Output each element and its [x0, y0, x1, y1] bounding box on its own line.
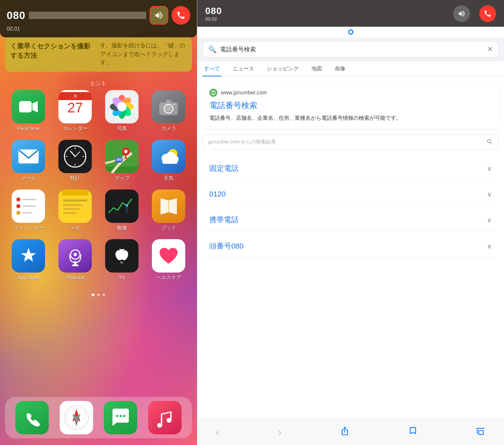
- svg-rect-41: [63, 204, 83, 206]
- dock-messages-icon: [110, 407, 132, 429]
- section-atama-title: 頭番号080: [209, 241, 244, 251]
- sub-search-box[interactable]: jpnumber.com からの検索結果: [203, 134, 499, 149]
- app-maps[interactable]: 280 マップ: [100, 140, 144, 181]
- podcast-icon: [58, 239, 92, 273]
- section-zero-header[interactable]: 0120 ∨: [203, 184, 499, 205]
- dock-phone[interactable]: [15, 401, 49, 434]
- tabs-button[interactable]: [471, 424, 491, 441]
- maps-label: マップ: [114, 175, 130, 181]
- section-atama: 頭番号080 ∨: [203, 235, 499, 258]
- hint-label: ヒント: [0, 80, 197, 87]
- app-notes[interactable]: メモ: [53, 189, 97, 231]
- tab-news[interactable]: ニュース: [231, 61, 255, 76]
- back-button[interactable]: ‹: [211, 423, 225, 441]
- stocks-label: 株価: [117, 225, 127, 231]
- speaker-button-left[interactable]: [150, 6, 168, 25]
- end-call-button-left[interactable]: [172, 6, 190, 25]
- section-kotei-title: 固定電話: [209, 163, 239, 173]
- call-header-row: 080 00:02: [205, 6, 226, 22]
- tab-images[interactable]: 画像: [333, 61, 347, 76]
- app-clock[interactable]: 時計: [53, 140, 97, 181]
- result-description: 電話番号、店舗名、企業名、住所、業種名から電話番号情報の検索が可能です。: [209, 114, 492, 122]
- section-atama-chevron: ∨: [487, 242, 492, 250]
- stocks-icon: [105, 189, 139, 223]
- app-appstore[interactable]: App Store: [7, 239, 50, 281]
- svg-line-23: [75, 152, 80, 156]
- progress-indicator: [197, 27, 504, 37]
- tab-shopping[interactable]: ショッピング: [265, 61, 300, 76]
- app-appletv[interactable]: tv TV: [100, 239, 144, 281]
- bookmarks-button[interactable]: [403, 424, 423, 441]
- svg-point-14: [166, 106, 171, 111]
- result-site-url: www.jpnumber.com: [221, 90, 267, 96]
- dock-music-icon: [155, 407, 175, 429]
- clock-icon: [58, 140, 92, 173]
- sub-search-text: jpnumber.com からの検索結果: [208, 139, 486, 145]
- maps-icon: 280: [105, 140, 139, 173]
- share-icon: [340, 426, 349, 436]
- svg-line-22: [70, 151, 75, 156]
- section-keitai-header[interactable]: 携帯電話 ∨: [203, 209, 499, 231]
- app-books[interactable]: ブック: [147, 189, 190, 231]
- share-button[interactable]: [335, 424, 355, 441]
- clock-label: 時計: [70, 175, 80, 181]
- mail-icon-svg: [18, 148, 39, 165]
- section-atama-header[interactable]: 頭番号080 ∨: [203, 235, 499, 258]
- tab-bar: すべて ニュース ショッピング 地図 画像: [197, 61, 504, 77]
- tab-maps[interactable]: 地図: [310, 61, 323, 76]
- svg-rect-40: [63, 199, 87, 201]
- app-weather[interactable]: 天気: [147, 140, 190, 181]
- section-kotei-header[interactable]: 固定電話 ∨: [203, 157, 499, 180]
- dock-safari-icon: [63, 404, 90, 431]
- mail-icon: [12, 140, 45, 173]
- facetime-icon: [12, 90, 45, 123]
- tab-all[interactable]: すべて: [203, 61, 221, 76]
- search-close-button[interactable]: ✕: [487, 45, 493, 54]
- speaker-button-right[interactable]: [453, 5, 470, 22]
- section-keitai: 携帯電話 ∨: [203, 209, 499, 231]
- result-site-icon: [209, 89, 217, 97]
- section-zero-title: 0120: [209, 190, 226, 198]
- photos-label: 写真: [117, 125, 127, 132]
- left-panel: 080 00:01 く素早くセクションを撮影する方法 す。撮影を続けるには、「鍵…: [0, 0, 197, 445]
- page-dots: [0, 294, 197, 296]
- app-photos[interactable]: 写真: [100, 90, 144, 132]
- app-mail[interactable]: メール: [7, 140, 50, 181]
- camera-icon-svg: [159, 98, 179, 116]
- appstore-label: App Store: [17, 275, 40, 280]
- svg-point-15: [173, 103, 175, 105]
- search-icon: 🔍: [208, 45, 217, 53]
- app-facetime[interactable]: FaceTime: [7, 90, 50, 132]
- dock-music[interactable]: [148, 401, 182, 434]
- app-calendar[interactable]: 火 27 カレンダー: [53, 90, 97, 132]
- end-call-button-right[interactable]: [479, 5, 496, 22]
- calendar-label: カレンダー: [63, 125, 88, 132]
- call-banner-left: 080 00:01: [0, 0, 197, 37]
- call-timer-left: 00:01: [7, 26, 190, 32]
- forward-button[interactable]: ›: [273, 423, 287, 441]
- dock-safari[interactable]: [60, 401, 93, 434]
- app-stocks[interactable]: 株価: [100, 189, 144, 231]
- call-banner-right: 080 00:02: [197, 0, 504, 27]
- dock-messages[interactable]: [104, 401, 137, 434]
- notes-icon-svg: [58, 189, 92, 223]
- search-input-text[interactable]: 電話番号検索: [220, 45, 484, 53]
- app-health[interactable]: ヘルスケア: [147, 239, 190, 281]
- books-icon: [152, 189, 185, 223]
- search-bar[interactable]: 🔍 電話番号検索 ✕: [203, 41, 499, 57]
- svg-rect-27: [105, 166, 139, 173]
- hint-text-right: す。撮影を続けるには、「鍵」のアイコンまで右へドラッグします。: [100, 41, 187, 67]
- camera-icon: [152, 90, 185, 123]
- reminders-icon: [12, 189, 45, 223]
- svg-rect-44: [105, 189, 139, 223]
- app-reminders[interactable]: リマインダー: [7, 189, 50, 231]
- section-zero-chevron: ∨: [487, 190, 492, 198]
- app-podcast[interactable]: Podcast: [53, 239, 97, 281]
- app-camera[interactable]: カメラ: [147, 90, 190, 132]
- search-bar-container: 🔍 電話番号検索 ✕: [197, 37, 504, 61]
- weather-label: 天気: [164, 175, 174, 181]
- result-title[interactable]: 電話番号検索: [209, 100, 492, 111]
- hint-banner: く素早くセクションを撮影する方法 す。撮影を続けるには、「鍵」のアイコンまで右へ…: [5, 37, 192, 72]
- svg-rect-51: [72, 265, 78, 266]
- notes-label: メモ: [70, 225, 80, 231]
